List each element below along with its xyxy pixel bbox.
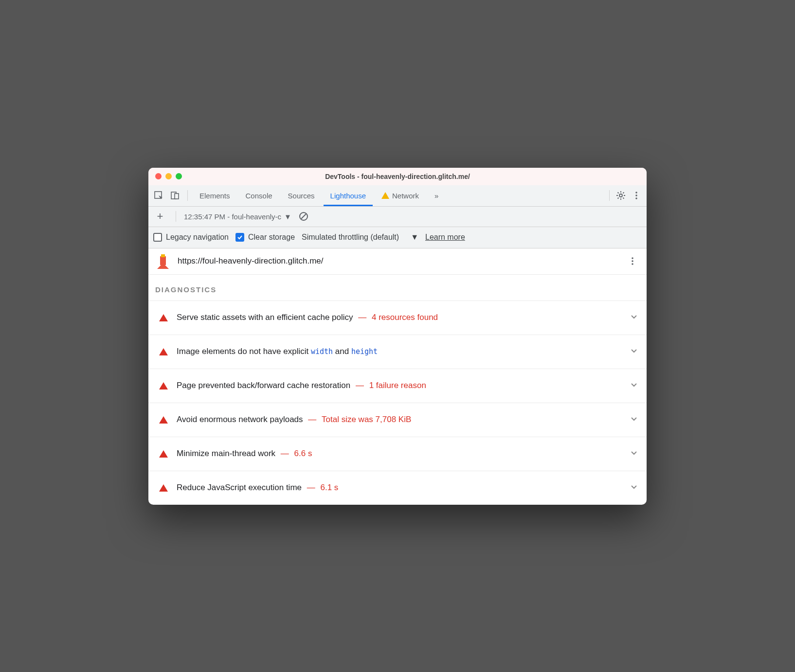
fail-triangle-icon xyxy=(159,416,168,424)
audit-detail: 1 failure reason xyxy=(369,381,426,390)
audit-title: Avoid enormous network payloads xyxy=(177,415,303,424)
audit-detail: Total size was 7,708 KiB xyxy=(322,415,411,424)
overflow-glyph: » xyxy=(434,192,438,200)
tab-label: Console xyxy=(246,192,272,200)
traffic-lights xyxy=(148,173,182,179)
audit-title: Page prevented back/forward cache restor… xyxy=(177,381,350,390)
lighthouse-options: Legacy navigation Clear storage Simulate… xyxy=(148,227,647,248)
svg-line-8 xyxy=(301,214,306,219)
checkbox-unchecked-icon[interactable] xyxy=(153,233,162,242)
titlebar: DevTools - foul-heavenly-direction.glitc… xyxy=(148,168,647,185)
dash: — xyxy=(356,313,369,322)
lighthouse-toolbar: + 12:35:47 PM - foul-heavenly-c ▼ xyxy=(148,207,647,227)
tab-console[interactable]: Console xyxy=(239,185,279,206)
fail-triangle-icon xyxy=(159,382,168,389)
kebab-menu-icon[interactable] xyxy=(629,188,644,203)
tabs-right-tools xyxy=(606,188,644,203)
audit-text: Page prevented back/forward cache restor… xyxy=(177,381,426,390)
svg-point-9 xyxy=(632,257,633,259)
tab-network[interactable]: Network xyxy=(375,185,426,206)
report-menu-icon[interactable] xyxy=(625,254,640,268)
report-selector[interactable]: 12:35:47 PM - foul-heavenly-c ▼ xyxy=(184,212,291,221)
chevron-down-icon[interactable] xyxy=(630,449,638,459)
separator xyxy=(176,211,176,222)
settings-icon[interactable] xyxy=(614,188,628,203)
audit-row[interactable]: Reduce JavaScript execution time — 6.1 s xyxy=(148,471,647,505)
clear-icon[interactable] xyxy=(296,209,311,224)
audit-detail: 4 resources found xyxy=(372,313,438,322)
audit-row[interactable]: Serve static assets with an efficient ca… xyxy=(148,301,647,335)
new-report-button[interactable]: + xyxy=(152,209,168,224)
svg-point-10 xyxy=(632,260,633,262)
code-height: height xyxy=(351,347,378,356)
audit-title: Image elements do not have explicit xyxy=(177,347,311,356)
tab-lighthouse[interactable]: Lighthouse xyxy=(324,185,373,206)
diagnostics-header: DIAGNOSTICS xyxy=(148,275,647,301)
audit-text: Minimize main-thread work — 6.6 s xyxy=(177,449,312,459)
option-label: Clear storage xyxy=(248,233,295,242)
throttling-select[interactable]: Simulated throttling (default) ▼ xyxy=(302,233,418,242)
audit-text: Reduce JavaScript execution time — 6.1 s xyxy=(177,483,338,493)
svg-point-11 xyxy=(632,263,633,265)
svg-rect-2 xyxy=(175,194,179,199)
chevron-down-icon: ▼ xyxy=(284,212,291,221)
inspect-element-icon[interactable] xyxy=(151,188,166,203)
minimize-window-button[interactable] xyxy=(165,173,172,179)
audit-text: Image elements do not have explicit widt… xyxy=(177,347,378,356)
devtools-window: DevTools - foul-heavenly-direction.glitc… xyxy=(148,168,647,505)
audit-title-mid: and xyxy=(333,347,351,356)
audit-text: Serve static assets with an efficient ca… xyxy=(177,313,438,322)
legacy-navigation-option[interactable]: Legacy navigation xyxy=(153,233,229,242)
audit-row[interactable]: Avoid enormous network payloads — Total … xyxy=(148,403,647,437)
throttling-label: Simulated throttling (default) xyxy=(302,233,399,242)
tab-label: Lighthouse xyxy=(330,192,366,200)
chevron-down-icon[interactable] xyxy=(630,381,638,391)
learn-more-link[interactable]: Learn more xyxy=(425,233,465,242)
report-url: https://foul-heavenly-direction.glitch.m… xyxy=(178,256,618,266)
separator xyxy=(609,190,610,201)
chevron-down-icon[interactable] xyxy=(630,313,638,323)
dash: — xyxy=(305,483,317,492)
clear-storage-option[interactable]: Clear storage xyxy=(235,233,295,242)
code-width: width xyxy=(311,347,333,356)
tab-label: Network xyxy=(392,192,419,200)
chevron-down-icon[interactable] xyxy=(630,415,638,425)
dash: — xyxy=(353,381,366,390)
separator xyxy=(187,190,188,201)
tab-label: Sources xyxy=(288,192,315,200)
lighthouse-icon xyxy=(155,253,171,269)
window-title: DevTools - foul-heavenly-direction.glitc… xyxy=(148,173,647,180)
device-toolbar-icon[interactable] xyxy=(168,188,182,203)
warning-icon xyxy=(381,192,389,199)
audit-text: Avoid enormous network payloads — Total … xyxy=(177,415,411,424)
svg-point-4 xyxy=(635,192,637,194)
audit-detail: 6.1 s xyxy=(320,483,338,492)
audits-list: Serve static assets with an efficient ca… xyxy=(148,301,647,505)
tabs-overflow[interactable]: » xyxy=(428,185,445,206)
audit-row[interactable]: Image elements do not have explicit widt… xyxy=(148,335,647,369)
dash: — xyxy=(278,449,291,458)
checkbox-checked-icon[interactable] xyxy=(235,233,244,242)
devtools-tab-bar: Elements Console Sources Lighthouse Netw… xyxy=(148,185,647,207)
fail-triangle-icon xyxy=(159,450,168,458)
audit-title: Serve static assets with an efficient ca… xyxy=(177,313,353,322)
close-window-button[interactable] xyxy=(155,173,162,179)
fail-triangle-icon xyxy=(159,484,168,492)
svg-point-6 xyxy=(635,197,637,199)
svg-point-5 xyxy=(635,195,637,196)
chevron-down-icon[interactable] xyxy=(630,483,638,493)
tab-sources[interactable]: Sources xyxy=(281,185,322,206)
chevron-down-icon[interactable] xyxy=(630,347,638,357)
tab-elements[interactable]: Elements xyxy=(193,185,237,206)
tab-label: Elements xyxy=(199,192,230,200)
fail-triangle-icon xyxy=(159,314,168,321)
dash: — xyxy=(306,415,319,424)
audit-title: Minimize main-thread work xyxy=(177,449,275,458)
audit-row[interactable]: Minimize main-thread work — 6.6 s xyxy=(148,437,647,471)
fail-triangle-icon xyxy=(159,348,168,355)
maximize-window-button[interactable] xyxy=(176,173,182,179)
audit-detail: 6.6 s xyxy=(294,449,312,458)
svg-point-3 xyxy=(619,194,622,197)
audit-row[interactable]: Page prevented back/forward cache restor… xyxy=(148,369,647,403)
audit-title: Reduce JavaScript execution time xyxy=(177,483,302,492)
